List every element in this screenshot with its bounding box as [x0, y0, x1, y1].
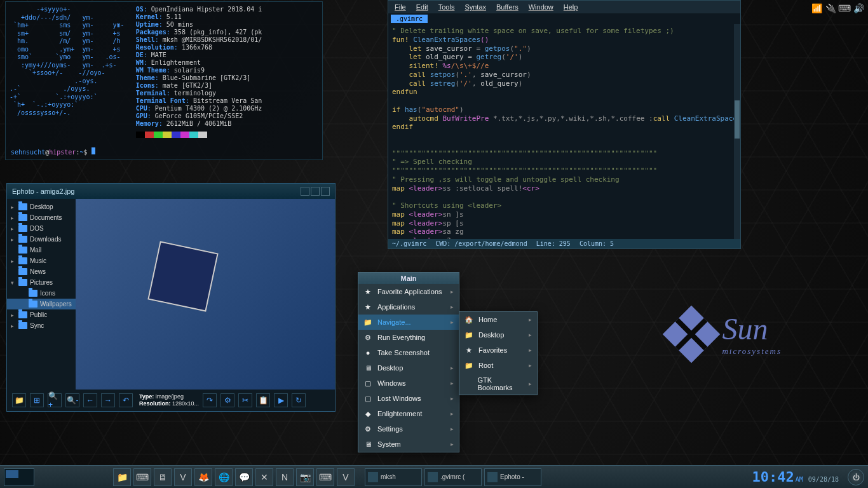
toolbar-refresh-button[interactable]: ↻ — [292, 393, 306, 407]
gvim-tab[interactable]: .gvimrc — [391, 15, 428, 23]
toolbar-grid-button[interactable]: ⊞ — [30, 393, 44, 407]
tree-item-music[interactable]: ▸Music — [7, 255, 76, 266]
ephoto-toolbar: 📁⊞🔍+🔍-←→↶ Type: image/jpeg Resolution: 1… — [7, 390, 335, 411]
toolbar-copy-button[interactable]: 📋 — [256, 393, 270, 407]
tree-item-sync[interactable]: ▸Sync — [7, 320, 76, 331]
tree-item-mail[interactable]: Mail — [7, 245, 76, 255]
tree-item-dos[interactable]: ▸DOS — [7, 223, 76, 234]
launcher-11[interactable]: V — [337, 468, 355, 486]
clock[interactable]: 10:42 AM 09/28/18 — [752, 469, 839, 485]
gvim-menu-tools[interactable]: Tools — [438, 3, 455, 11]
power-manager-icon[interactable]: 🔌 — [825, 3, 836, 14]
menu-item-desktop[interactable]: 🖥Desktop▸ — [358, 360, 459, 376]
keyboard-icon[interactable]: ⌨ — [839, 3, 850, 14]
sysinfo-memory: Memory: 2612MiB / 4061MiB — [136, 120, 262, 127]
menu-item-lost-windows[interactable]: ▢Lost Windows▸ — [358, 391, 459, 406]
folder-tree[interactable]: ▸Desktop▸Documents▸DOS▸DownloadsMail▸Mus… — [7, 199, 76, 390]
power-button[interactable]: ⏻ — [848, 469, 864, 485]
submenu-item-favorites[interactable]: ★Favorites▸ — [459, 342, 537, 358]
submenu-item-root[interactable]: 📁Root▸ — [459, 358, 537, 373]
tree-item-news[interactable]: News — [7, 266, 76, 277]
toolbar-open-button[interactable]: 📁 — [12, 393, 26, 407]
task-icon — [428, 472, 438, 482]
menu-item-enlightenment[interactable]: ◆Enlightenment▸ — [358, 406, 459, 421]
minimize-button[interactable] — [301, 187, 309, 196]
folder-icon — [18, 203, 27, 210]
ephoto-titlebar[interactable]: Ephoto - amiga2.jpg — [7, 184, 335, 199]
gvim-menu-help[interactable]: Help — [564, 3, 578, 11]
gvim-editor[interactable]: " Delete trailing white space on save, u… — [388, 24, 740, 239]
toolbar-settings-button[interactable]: ⚙ — [220, 393, 234, 407]
tree-item-wallpapers[interactable]: Wallpapers — [7, 299, 76, 309]
launcher-0[interactable]: 📁 — [113, 468, 131, 486]
tree-item-downloads[interactable]: ▸Downloads — [7, 234, 76, 245]
gvim-scrollbar[interactable] — [734, 24, 740, 239]
image-viewport[interactable] — [76, 199, 335, 390]
launcher-3[interactable]: V — [174, 468, 192, 486]
toolbar-rotate-left-button[interactable]: ↶ — [119, 393, 133, 407]
launcher-1[interactable]: ⌨ — [133, 468, 151, 486]
gvim-menu-file[interactable]: File — [395, 3, 406, 11]
toolbar-zoom-out-button[interactable]: 🔍- — [65, 393, 79, 407]
ascii-art: -+syyyo+- +ddo/---/sdh/ ym- `hm+ sms ym-… — [10, 6, 125, 156]
main-menu: Main ★Favorite Applications▸★Application… — [358, 272, 459, 452]
gvim-menu-edit[interactable]: Edit — [416, 3, 428, 11]
sysinfo-de: DE: MATE — [136, 51, 262, 58]
submenu-arrow-icon: ▸ — [451, 319, 454, 325]
shell-prompt[interactable]: sehnsucht@hipster:~$ — [11, 147, 95, 156]
gvim-menu-syntax[interactable]: Syntax — [465, 3, 486, 11]
submenu-arrow-icon: ▸ — [451, 304, 454, 310]
submenu-item-desktop[interactable]: 📁Desktop▸ — [459, 327, 537, 342]
menu-item-system[interactable]: 🖥System▸ — [358, 437, 459, 452]
sysinfo-os: OS: OpenIndiana Hipster 2018.04 i — [136, 6, 262, 13]
menu-item-take-screenshot[interactable]: ●Take Screenshot — [358, 345, 459, 360]
system-info: OS: OpenIndiana Hipster 2018.04 iKernel:… — [136, 6, 262, 156]
maximize-button[interactable] — [311, 187, 320, 196]
sysinfo-wm: WM: Enlightenment — [136, 59, 262, 66]
launcher-9[interactable]: 📷 — [296, 468, 314, 486]
launcher-8[interactable]: N — [276, 468, 294, 486]
tree-item-pictures[interactable]: ▾Pictures — [7, 277, 76, 288]
menu-title: Main — [358, 273, 459, 284]
task--gvimrc-[interactable]: .gvimrc ( — [424, 468, 482, 486]
menu-item-settings[interactable]: ⚙Settings▸ — [358, 421, 459, 437]
menu-item-favorite-applications[interactable]: ★Favorite Applications▸ — [358, 284, 459, 299]
tree-item-desktop[interactable]: ▸Desktop — [7, 201, 76, 212]
submenu-arrow-icon: ▸ — [451, 395, 454, 402]
menu-item-navigate-[interactable]: 📁Navigate...▸ — [358, 315, 459, 330]
toolbar-prev-button[interactable]: ← — [83, 393, 97, 407]
volume-icon[interactable]: 🔊 — [853, 3, 864, 14]
folder-icon — [18, 214, 27, 221]
wifi-icon[interactable]: 📶 — [811, 3, 822, 14]
close-button[interactable] — [321, 187, 330, 196]
toolbar-cut-button[interactable]: ✂ — [238, 393, 252, 407]
toolbar-rotate-right-button[interactable]: ↷ — [203, 393, 217, 407]
menu-item-run-everything[interactable]: ⚙Run Everything — [358, 330, 459, 345]
submenu-arrow-icon: ▸ — [451, 288, 454, 295]
launcher-4[interactable]: 🦊 — [194, 468, 212, 486]
menu-icon: ★ — [363, 302, 372, 311]
desktop-pager[interactable] — [4, 468, 34, 486]
menu-item-windows[interactable]: ▢Windows▸ — [358, 376, 459, 391]
submenu-arrow-icon: ▸ — [529, 332, 532, 338]
gvim-menu-window[interactable]: Window — [529, 3, 553, 11]
task-list: mksh.gvimrc (Ephoto - — [365, 468, 541, 486]
toolbar-play-button[interactable]: ▶ — [274, 393, 288, 407]
submenu-item-home[interactable]: 🏠Home▸ — [459, 312, 537, 327]
tree-item-documents[interactable]: ▸Documents — [7, 212, 76, 223]
gvim-menu-buffers[interactable]: Buffers — [496, 3, 519, 11]
submenu-item-gtk-bookmarks[interactable]: GTK Bookmarks▸ — [459, 373, 537, 395]
launcher-7[interactable]: ✕ — [255, 468, 273, 486]
toolbar-next-button[interactable]: → — [101, 393, 115, 407]
tree-item-icons[interactable]: Icons — [7, 288, 76, 299]
launcher-5[interactable]: 🌐 — [215, 468, 233, 486]
tree-item-public[interactable]: ▸Public — [7, 309, 76, 320]
toolbar-zoom-in-button[interactable]: 🔍+ — [48, 393, 62, 407]
menu-item-applications[interactable]: ★Applications▸ — [358, 299, 459, 315]
task-mksh[interactable]: mksh — [365, 468, 422, 486]
task-ephoto-[interactable]: Ephoto - — [484, 468, 541, 486]
launcher-2[interactable]: 🖥 — [154, 468, 172, 486]
launcher-6[interactable]: 💬 — [235, 468, 253, 486]
sysinfo-wm-theme: WM Theme: solaris9 — [136, 67, 262, 74]
launcher-10[interactable]: ⌨ — [316, 468, 334, 486]
